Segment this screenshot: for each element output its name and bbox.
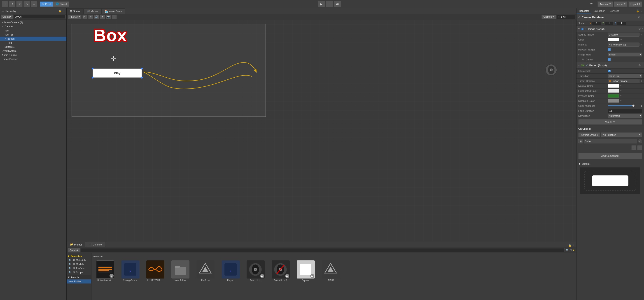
image-dot-icon[interactable]: • <box>642 27 643 31</box>
project-search[interactable] <box>81 248 565 252</box>
rotate-tool-btn[interactable]: ↻ <box>16 1 22 7</box>
image-gear-icon[interactable]: ⚙ <box>638 27 641 31</box>
hierarchy-search[interactable] <box>14 15 66 19</box>
image-script-header[interactable]: ▼ ▣ ✓ Image (Script) ⚙ • <box>576 26 644 32</box>
disabled-color-pen[interactable]: ✏ <box>620 100 622 102</box>
button-gear-icon[interactable]: ⚙ <box>638 64 641 67</box>
color-multiplier-slider[interactable]: 1 <box>608 104 642 107</box>
asset-platform[interactable]: Platform <box>194 259 217 282</box>
project-tab[interactable]: 📁 Project <box>66 242 85 247</box>
scale-y-field[interactable]: 1 <box>605 21 614 25</box>
scene-play-button[interactable]: Play <box>92 69 142 78</box>
target-graphic-dot[interactable]: ⊙ <box>640 80 642 82</box>
lighting-btn[interactable]: ☀ <box>88 15 93 19</box>
color-pen-icon[interactable]: ✏ <box>620 38 622 41</box>
plus-btn[interactable]: + <box>631 145 636 150</box>
scale-x-field[interactable]: 1 <box>592 21 601 25</box>
image-type-dropdown[interactable]: Sliced ▾ <box>608 53 642 57</box>
asset-square[interactable]: ▶ Square <box>294 259 318 282</box>
hier-button-1[interactable]: Button (1) <box>0 45 66 49</box>
target-graphic-field[interactable]: ▣ Button (Image) <box>608 79 640 83</box>
highlighted-color-pen[interactable]: ✏ <box>620 90 622 92</box>
navigation-dropdown[interactable]: Automatic ▾ <box>608 114 642 118</box>
source-image-field[interactable]: UISprite <box>608 33 640 37</box>
assets-root-item[interactable]: New Folder <box>66 279 91 283</box>
material-dot[interactable]: ⊙ <box>640 43 642 46</box>
hier-main-camera[interactable]: ▶ Main Camera (1) <box>0 20 66 25</box>
asset-sound-icon-1[interactable]: ▶ Sound Icon 1 <box>269 259 292 282</box>
project-menu-icon[interactable]: ⋮ <box>572 244 575 247</box>
hier-button-pressed[interactable]: ButtonPressed <box>0 57 66 61</box>
2d-btn[interactable]: 2D <box>82 15 88 19</box>
hier-button[interactable]: ▼ Button <box>0 37 66 41</box>
button-dot-icon[interactable]: • <box>642 64 643 67</box>
transform-tool-btn[interactable]: ✛ <box>2 1 8 7</box>
color-picker[interactable] <box>608 38 619 41</box>
asset-player[interactable]: # Player <box>218 259 242 282</box>
asset-change-scene[interactable]: # ChangeScene <box>118 259 142 282</box>
no-function-dropdown[interactable]: No Function ▾ <box>601 132 642 137</box>
hier-text-1[interactable]: Text (1) <box>0 33 66 37</box>
hier-button-text[interactable]: Text <box>0 41 66 45</box>
more-btn[interactable]: ⋮ <box>112 15 117 19</box>
console-tab[interactable]: ⬛ Console <box>85 242 105 247</box>
project-create-btn[interactable]: Create ▾ <box>68 248 80 252</box>
gizmos-btn[interactable]: Gizmos ▾ <box>542 15 556 19</box>
asset-button-anim[interactable]: ▶ ButtonAnimat... <box>93 259 117 282</box>
highlighted-color-picker[interactable] <box>608 89 619 93</box>
insp-lock-icon[interactable]: 🔒 <box>636 10 639 13</box>
all-layers-input[interactable]: Q▼All <box>557 15 575 19</box>
step-btn[interactable]: ⏭ <box>334 1 341 7</box>
scene-tab[interactable]: ⊞ Scene <box>66 8 84 14</box>
hier-canvas[interactable]: ▼ Canvas <box>0 25 66 29</box>
canvas-renderer-dot-icon[interactable]: • <box>641 16 642 19</box>
asset-sound-icon[interactable]: ▶ Sound Icon <box>244 259 267 282</box>
hierarchy-menu-icon[interactable]: ⋮ <box>62 10 65 13</box>
asset-store-tab[interactable]: 🏪 Asset Store <box>102 8 125 14</box>
normal-color-picker[interactable] <box>608 84 619 88</box>
project-view-icon[interactable]: ⊞ <box>570 249 572 252</box>
project-lock-icon[interactable]: 🔒 <box>568 244 572 247</box>
pause-btn[interactable]: ⏸ <box>326 1 333 7</box>
interactable-checkbox[interactable] <box>608 69 611 73</box>
pivot-btn[interactable]: ⊙ Pivot <box>40 1 53 7</box>
add-component-btn[interactable]: Add Component <box>578 153 642 159</box>
button-script-header[interactable]: ▼ OK ✓ Button (Script) ⚙ • <box>576 62 644 69</box>
pressed-color-picker[interactable] <box>608 94 619 98</box>
insp-menu-icon[interactable]: ⋮ <box>640 10 643 13</box>
asset-audio[interactable]: I LIKE YOUR ... <box>144 259 167 282</box>
cloud-btn[interactable]: ☁ <box>589 1 596 7</box>
layout-dropdown[interactable]: Layout ▾ <box>628 1 642 7</box>
asset-title[interactable]: TITLE <box>319 259 342 282</box>
button-ref-field[interactable]: Button <box>584 139 637 143</box>
normal-color-pen[interactable]: ✏ <box>620 85 622 87</box>
minus-btn[interactable]: − <box>637 145 642 150</box>
hier-audio-source[interactable]: Audio Source <box>0 53 66 57</box>
rect-tool-btn[interactable]: ▭ <box>31 1 37 7</box>
play-btn[interactable]: ▶ <box>318 1 325 7</box>
canvas-renderer-gear-icon[interactable]: ⚙ <box>638 16 640 19</box>
layers-dropdown[interactable]: Layers ▾ <box>614 1 628 7</box>
effects-btn[interactable]: ✦ <box>100 15 105 19</box>
fade-duration-field[interactable]: 0.1 <box>608 109 642 113</box>
all-scripts-item[interactable]: 🔍 All Scripts <box>66 270 91 274</box>
visualize-btn[interactable]: Visualize <box>578 119 642 125</box>
all-prefabs-item[interactable]: 🔍 All Prefabs <box>66 266 91 270</box>
scale-tool-btn[interactable]: ⤡ <box>24 1 30 7</box>
fill-center-checkbox[interactable] <box>608 58 611 61</box>
raycast-checkbox[interactable] <box>608 48 611 51</box>
account-dropdown[interactable]: Account ▾ <box>598 1 613 7</box>
move-tool-btn[interactable]: ✦ <box>9 1 15 7</box>
inspector-tab[interactable]: Inspector <box>576 8 591 14</box>
hierarchy-create-btn[interactable]: Create ▾ <box>1 15 13 19</box>
disabled-color-picker[interactable] <box>608 99 619 103</box>
source-image-dot[interactable]: ⊙ <box>640 33 642 36</box>
project-star-icon[interactable]: ★ <box>573 249 575 252</box>
hier-event-system[interactable]: EventSystem <box>0 49 66 53</box>
button-ref-circle[interactable]: ⊙ <box>638 139 642 143</box>
material-field[interactable]: None (Material) <box>608 43 640 47</box>
audio-btn[interactable]: 🔊 <box>94 15 99 19</box>
navigation-tab[interactable]: Navigation <box>591 8 608 14</box>
hierarchy-lock-icon[interactable]: 🔒 <box>58 10 62 13</box>
asset-new-folder[interactable]: New Folder <box>168 259 192 282</box>
